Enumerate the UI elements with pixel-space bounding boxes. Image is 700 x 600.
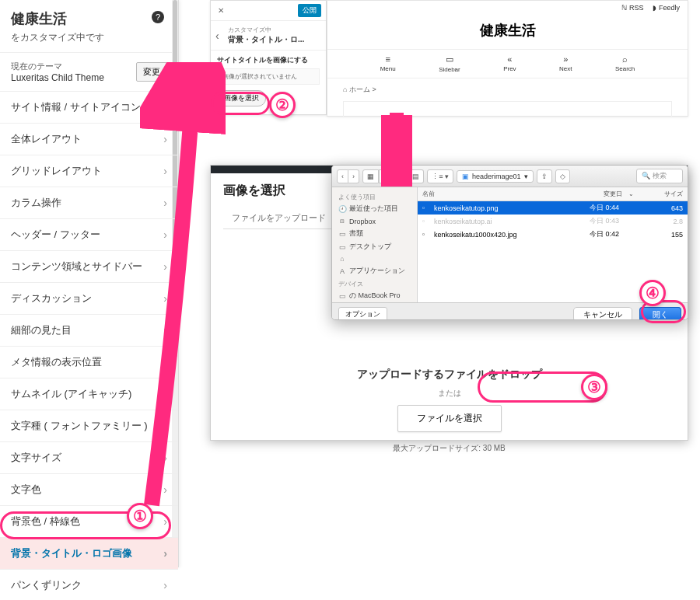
step-badge-3: ③: [581, 374, 607, 400]
no-image-notice: 画像が選択されていません: [217, 68, 320, 85]
chevron-right-icon: ›: [163, 579, 167, 591]
share-icon[interactable]: ⇪: [537, 169, 552, 183]
nav-fwd-button[interactable]: ›: [348, 169, 359, 183]
sidebar-item[interactable]: 🕘最近使った項目: [332, 202, 417, 215]
theme-name: Luxeritas Child Theme: [11, 72, 104, 83]
sidebar-item[interactable]: ▭デスクトップ: [332, 240, 417, 253]
chevron-right-icon: ›: [163, 547, 167, 560]
feedly-link[interactable]: ◗ Feedly: [653, 4, 680, 12]
subpanel-topbar: ✕ 公開: [211, 1, 326, 21]
step-badge-2: ②: [269, 92, 296, 118]
arrow-1-to-2: [140, 62, 226, 521]
sb-devices-label: デバイス: [332, 277, 417, 289]
sb-favorites-label: よく使う項目: [332, 190, 417, 202]
folder-selector[interactable]: ▣headerimage01▾: [457, 170, 534, 183]
help-icon[interactable]: ?: [152, 11, 164, 23]
search-input[interactable]: 🔍 検索: [636, 169, 683, 183]
tags-icon[interactable]: ◇: [555, 169, 570, 183]
site-preview: ℕ RSS ◗ Feedly 健康生活 ≡Menu▭Sidebar«Prev»N…: [327, 0, 688, 117]
customizer-subpanel: ✕ 公開 ‹ カスタマイズ中 背景・タイトル・ロ... サイトタイトルを画像にす…: [210, 0, 327, 115]
publish-button[interactable]: 公開: [298, 4, 321, 17]
step-badge-1: ①: [127, 503, 153, 529]
back-label: カスタマイズ中: [228, 26, 304, 34]
nav-item[interactable]: «Prev: [503, 54, 516, 73]
options-button[interactable]: オプション: [338, 307, 387, 320]
select-file-button[interactable]: ファイルを選択: [397, 405, 502, 432]
breadcrumb: ⌂ ホーム >: [327, 78, 688, 101]
sidebar-item[interactable]: ▭書類: [332, 227, 417, 240]
preview-nav: ≡Menu▭Sidebar«Prev»Next⌕Search: [327, 49, 688, 78]
upload-max: 最大アップロードサイズ: 30 MB: [226, 443, 672, 454]
col-name[interactable]: 名前: [418, 187, 594, 201]
col-size[interactable]: サイズ: [655, 187, 688, 201]
home-icon[interactable]: ⌂: [343, 85, 347, 93]
step-badge-4: ④: [639, 280, 666, 306]
nav-item[interactable]: ⌕Search: [615, 54, 635, 73]
tab-upload[interactable]: ファイルをアップロード: [223, 207, 334, 228]
sidebar-item[interactable]: ▭の MacBook Pro: [332, 289, 417, 302]
rss-link[interactable]: ℕ RSS: [621, 4, 643, 12]
breadcrumb-home[interactable]: ホーム: [349, 85, 370, 93]
nav-item[interactable]: ▭Sidebar: [439, 54, 460, 73]
file-row[interactable]: ▫kenkoseikatu1000x420.jpg今日 0:42155: [418, 228, 688, 241]
file-row[interactable]: ▫kenkoseikatutop.ai今日 0:432.8: [418, 215, 688, 228]
back-title: 背景・タイトル・ロ...: [228, 34, 304, 45]
arrow-2-to-3: [381, 109, 412, 187]
file-row[interactable]: ▫kenkoseikatutop.png今日 0:44643: [418, 201, 688, 215]
customizer-subtitle: をカスタマイズ中です: [11, 31, 167, 44]
close-icon[interactable]: ✕: [215, 6, 226, 15]
customizer-header: 健康生活 をカスタマイズ中です ?: [0, 0, 178, 52]
chevron-left-icon: ‹: [215, 30, 228, 42]
arrange-button[interactable]: ⋮≡ ▾: [427, 169, 453, 183]
open-button[interactable]: 開く: [639, 307, 681, 321]
breadcrumb-sep: >: [372, 85, 376, 93]
nav-item[interactable]: »Next: [559, 54, 572, 73]
sidebar-item[interactable]: ⌂: [332, 253, 417, 264]
sidebar-item[interactable]: ⧈Dropbox: [332, 215, 417, 227]
nav-item[interactable]: ≡Menu: [380, 54, 396, 73]
section-label: サイトタイトルを画像にする: [211, 51, 326, 68]
cancel-button[interactable]: キャンセル: [573, 307, 632, 321]
sidebar-item[interactable]: パンくずリンク›: [0, 570, 178, 600]
finder-footer: オプション キャンセル 開く: [332, 302, 688, 320]
sidebar-item[interactable]: 背景・タイトル・ロゴ画像›: [0, 538, 178, 570]
theme-label: 現在のテーマ: [11, 61, 104, 72]
finder-window: ‹ › ▦ ≡ ▥ ▤ ⋮≡ ▾ ▣headerimage01▾ ⇪ ◇ 🔍 検…: [331, 165, 688, 320]
nav-back-button[interactable]: ‹: [337, 169, 348, 183]
finder-sidebar: よく使う項目 🕘最近使った項目⧈Dropbox▭書類▭デスクトップ⌂Aアプリケー…: [332, 187, 418, 302]
back-row[interactable]: ‹ カスタマイズ中 背景・タイトル・ロ...: [211, 21, 326, 51]
preview-site-title: 健康生活: [327, 15, 688, 49]
sidebar-item[interactable]: Aアプリケーション: [332, 264, 417, 277]
file-list-header: 名前 変更日 ⌄ サイズ: [418, 187, 688, 201]
col-date[interactable]: 変更日 ⌄: [594, 187, 655, 201]
view-grid-icon[interactable]: ▦: [362, 169, 379, 183]
preview-topbar: ℕ RSS ◗ Feedly: [327, 1, 688, 15]
site-title: 健康生活: [11, 9, 167, 28]
